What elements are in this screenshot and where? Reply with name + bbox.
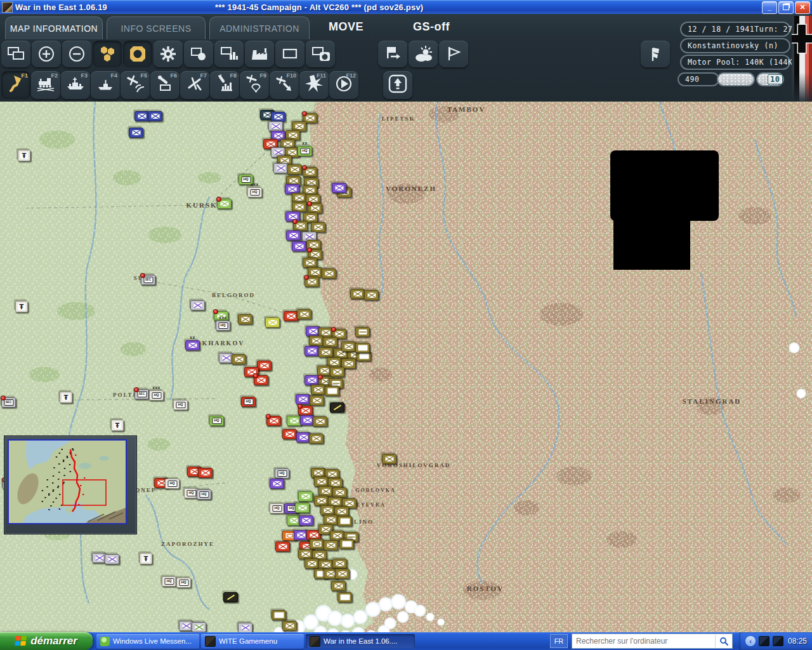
- unit-ring-toggle-button[interactable]: [123, 41, 152, 67]
- unit-counter[interactable]: [304, 559, 319, 569]
- unit-counter[interactable]: [293, 221, 308, 231]
- unit-counter[interactable]: HQ: [162, 576, 176, 587]
- unit-counter[interactable]: [382, 454, 396, 464]
- settings-gear-button[interactable]: [154, 41, 183, 67]
- unit-counter[interactable]: [134, 111, 149, 121]
- air-recon-button[interactable]: F5: [121, 71, 150, 99]
- unit-counter[interactable]: [320, 505, 335, 515]
- tray-app-icon[interactable]: [759, 636, 769, 646]
- unit-counter[interactable]: [266, 416, 281, 426]
- unit-counter[interactable]: [232, 354, 246, 364]
- unit-counter[interactable]: [190, 300, 205, 310]
- unit-counter[interactable]: HQ: [209, 416, 224, 426]
- unit-counter[interactable]: [318, 347, 333, 357]
- unit-counter[interactable]: [287, 416, 301, 426]
- unit-counter[interactable]: [298, 491, 313, 501]
- tray-collapse-icon[interactable]: ‹: [745, 636, 756, 646]
- unit-counter[interactable]: [350, 289, 365, 299]
- unit-counter[interactable]: HQ: [270, 503, 284, 514]
- unit-counter[interactable]: [303, 258, 317, 268]
- unit-counter[interactable]: [129, 128, 143, 138]
- unit-counter[interactable]: [292, 202, 306, 212]
- hex-grid-toggle-button[interactable]: [93, 41, 122, 67]
- map-frame-button[interactable]: [275, 41, 304, 67]
- unit-counter[interactable]: [257, 361, 272, 371]
- unit-counter[interactable]: [310, 395, 324, 406]
- minimize-button[interactable]: _: [762, 1, 777, 14]
- tab-map-information[interactable]: MAP INFORMATION: [5, 17, 103, 39]
- unit-counter[interactable]: [311, 385, 325, 395]
- unit-counter[interactable]: [314, 496, 329, 506]
- unit-counter[interactable]: [304, 346, 319, 356]
- unit-counter[interactable]: [275, 541, 290, 552]
- unit-counter[interactable]: [339, 539, 354, 549]
- unit-counter[interactable]: [323, 337, 337, 347]
- unit-counter[interactable]: [192, 622, 206, 632]
- unit-counter[interactable]: [332, 488, 347, 498]
- unit-counter[interactable]: [331, 581, 346, 591]
- gs-toggle[interactable]: GS-off: [413, 20, 450, 34]
- show-stacks-button[interactable]: [214, 41, 244, 67]
- unit-counter[interactable]: [324, 515, 338, 525]
- airbase-counter[interactable]: Ŧ: [140, 553, 152, 564]
- unit-counter[interactable]: HQXXX: [149, 390, 164, 401]
- unit-counter[interactable]: [298, 406, 313, 416]
- unit-counter[interactable]: [318, 486, 333, 496]
- unit-counter[interactable]: [322, 269, 336, 279]
- unit-counter[interactable]: [324, 540, 338, 550]
- unit-counter[interactable]: [296, 394, 310, 404]
- unit-counter[interactable]: [198, 468, 213, 478]
- unit-counter[interactable]: [330, 367, 344, 377]
- unit-counter[interactable]: HQ: [241, 397, 256, 407]
- unit-counter[interactable]: [268, 121, 283, 131]
- unit-counter[interactable]: [223, 592, 238, 602]
- unit-counter[interactable]: HQ: [165, 479, 180, 489]
- unit-counter[interactable]: [273, 163, 288, 173]
- ground-attack-button[interactable]: F7: [180, 71, 209, 99]
- air-supply-button[interactable]: F6: [150, 71, 180, 99]
- unit-counter[interactable]: [309, 336, 324, 346]
- pennant-flag-button[interactable]: [439, 41, 468, 67]
- taskbar-task-1[interactable]: WITE Gamemenu: [201, 634, 304, 649]
- unit-counter[interactable]: [325, 386, 339, 396]
- unit-counter[interactable]: [355, 327, 370, 337]
- move-flag-button[interactable]: [378, 41, 407, 67]
- unit-counter[interactable]: HQ: [176, 578, 191, 588]
- tab-info-screens[interactable]: INFO SCREENS: [107, 17, 206, 39]
- minimap[interactable]: [8, 439, 127, 524]
- air-transfer-button[interactable]: F10: [270, 71, 299, 99]
- unit-counter[interactable]: [311, 222, 325, 232]
- unit-counter[interactable]: [314, 477, 329, 487]
- unit-counter[interactable]: [265, 317, 280, 328]
- tray-display-icon[interactable]: [773, 636, 783, 646]
- strategic-bombing-button[interactable]: F8: [210, 71, 239, 99]
- unit-counter[interactable]: [303, 167, 317, 177]
- unit-counter[interactable]: [217, 199, 232, 209]
- bombard-button[interactable]: F11: [299, 71, 329, 99]
- unit-counter[interactable]: [332, 559, 347, 569]
- unit-counter[interactable]: [337, 516, 352, 526]
- unit-counter[interactable]: [330, 402, 344, 413]
- move-mode-button[interactable]: F1: [1, 71, 30, 99]
- unit-counter[interactable]: [270, 479, 284, 489]
- unit-counter[interactable]: [284, 311, 298, 321]
- air-drop-button[interactable]: F9: [240, 71, 269, 99]
- close-button[interactable]: ✕: [795, 1, 810, 14]
- unit-counter[interactable]: [238, 623, 252, 632]
- unit-counter[interactable]: [282, 429, 297, 439]
- jump-window-button[interactable]: [1, 41, 30, 67]
- unit-counter[interactable]: [238, 314, 252, 324]
- unit-counter[interactable]: HQXX: [298, 146, 312, 156]
- unit-counter[interactable]: [313, 416, 327, 427]
- end-phase-button[interactable]: F12: [329, 71, 358, 99]
- unit-counter[interactable]: [297, 309, 311, 319]
- move-mode-label[interactable]: MOVE: [329, 20, 363, 34]
- jump-to-hex-button[interactable]: [306, 41, 335, 67]
- language-indicator[interactable]: FR: [550, 634, 568, 648]
- unit-counter[interactable]: [295, 503, 310, 513]
- unit-counter[interactable]: [254, 375, 268, 385]
- weather-view-button[interactable]: [409, 41, 438, 67]
- unit-counter[interactable]: [282, 621, 297, 631]
- unit-counter[interactable]: HQ: [173, 400, 188, 410]
- factory-view-button[interactable]: [245, 41, 274, 67]
